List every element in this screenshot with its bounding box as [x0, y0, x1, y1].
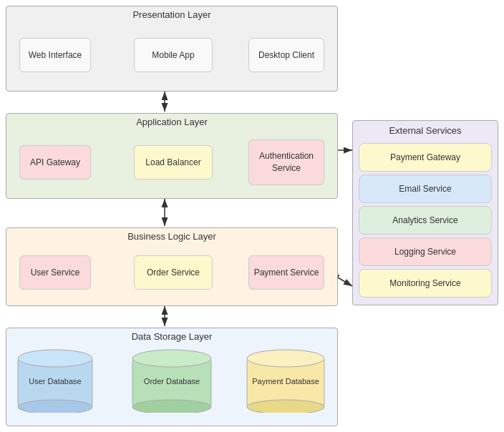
- auth-service-box: Authentication Service: [248, 139, 324, 185]
- business-layer-title: Business Logic Layer: [6, 228, 337, 245]
- architecture-diagram: Presentation Layer Web Interface Mobile …: [0, 0, 504, 432]
- analytics-service-box: Analytics Service: [359, 206, 492, 235]
- load-balancer-box: Load Balancer: [134, 145, 213, 180]
- svg-text:Payment Database: Payment Database: [252, 377, 319, 386]
- payment-service-box: Payment Service: [248, 255, 324, 290]
- svg-point-17: [247, 400, 324, 413]
- business-layer: Business Logic Layer User Service Order …: [6, 227, 338, 306]
- user-database-cylinder: User Database: [16, 348, 94, 413]
- presentation-layer-title: Presentation Layer: [6, 6, 337, 23]
- order-database-cylinder: Order Database: [131, 348, 213, 413]
- presentation-layer: Presentation Layer Web Interface Mobile …: [6, 6, 338, 92]
- logging-service-box: Logging Service: [359, 237, 492, 266]
- svg-point-8: [18, 350, 92, 367]
- mobile-app-box: Mobile App: [134, 38, 213, 72]
- desktop-client-box: Desktop Client: [248, 38, 324, 72]
- monitoring-service-box: Monitoring Service: [359, 269, 492, 298]
- application-layer: Application Layer API Gateway Load Balan…: [6, 113, 338, 199]
- web-interface-box: Web Interface: [19, 38, 91, 72]
- external-services-title: External Services: [353, 121, 498, 140]
- data-layer-title: Data Storage Layer: [6, 328, 337, 345]
- svg-point-16: [247, 350, 324, 367]
- external-services-panel: External Services Payment Gateway Email …: [352, 120, 498, 305]
- svg-point-13: [132, 400, 211, 413]
- order-service-box: Order Service: [134, 255, 213, 290]
- svg-point-9: [18, 400, 92, 413]
- api-gateway-box: API Gateway: [19, 145, 91, 180]
- user-service-box: User Service: [19, 255, 91, 290]
- email-service-box: Email Service: [359, 175, 492, 203]
- svg-text:User Database: User Database: [29, 377, 81, 386]
- svg-point-12: [132, 350, 211, 367]
- svg-text:Order Database: Order Database: [144, 377, 200, 386]
- data-storage-layer: Data Storage Layer User Database Order D…: [6, 328, 338, 426]
- payment-gateway-box: Payment Gateway: [359, 143, 492, 172]
- payment-database-cylinder: Payment Database: [246, 348, 326, 413]
- application-layer-title: Application Layer: [6, 114, 337, 130]
